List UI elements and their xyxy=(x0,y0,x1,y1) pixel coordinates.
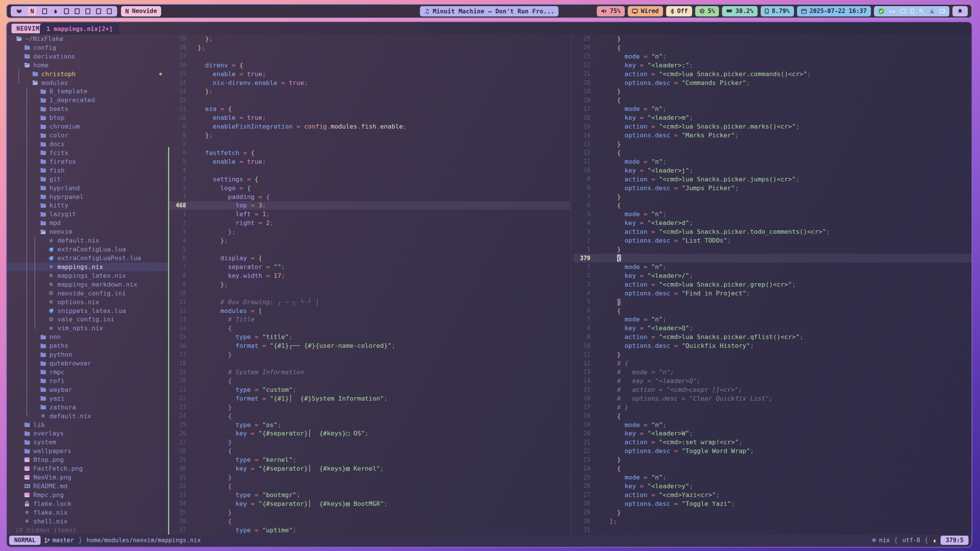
tree-item-flake.lock[interactable]: flake.lock xyxy=(7,499,168,508)
tree-folder-hyprpanel[interactable]: hyprpanel xyxy=(7,192,168,201)
tray-triangle-icon[interactable] xyxy=(929,9,934,14)
code-line: 4 options.desc = "Find in Project"; xyxy=(573,289,972,298)
memory-pill[interactable]: 30.2% xyxy=(722,6,758,16)
editor-pane-left[interactable]: 19 };18};1716 direnv = {15 enable = true… xyxy=(169,34,570,535)
tray-keyboard-icon[interactable] xyxy=(939,9,945,13)
tree-item-default.nix[interactable]: ❄default.nix xyxy=(7,412,168,421)
tree-folder-beets[interactable]: beets xyxy=(7,104,168,113)
code-text: { xyxy=(602,412,621,420)
tree-folder-qutebrowser[interactable]: qutebrowser xyxy=(7,359,168,368)
tree-folder-mpd[interactable]: mpd xyxy=(7,218,168,227)
tree-folder-git[interactable]: git xyxy=(7,175,168,184)
tray-key-icon[interactable] xyxy=(919,8,924,14)
cursor-block: { xyxy=(617,254,621,262)
active-app-pill[interactable]: N Neovide xyxy=(121,6,161,16)
workspace-1-cat[interactable] xyxy=(16,8,22,14)
code-line: 18 { xyxy=(573,412,972,421)
tree-item-8hiddenitems[interactable]: (8 hidden items) xyxy=(7,526,168,535)
tree-folder-color[interactable]: color xyxy=(7,131,168,140)
tree-folder-kitty[interactable]: kitty xyxy=(7,201,168,210)
tray-window-icon[interactable] xyxy=(900,9,906,13)
workspace-5-square[interactable] xyxy=(64,8,69,14)
system-tray[interactable] xyxy=(874,6,949,16)
tree-folder-rofi[interactable]: rofi xyxy=(7,377,168,385)
tray-phone2-icon[interactable] xyxy=(911,8,914,14)
git-branch[interactable]: master xyxy=(44,537,74,544)
disk-pill[interactable]: 8.79% xyxy=(761,6,794,16)
tree-item-mappings.nix[interactable]: ❄mappings.nix xyxy=(7,262,168,271)
tree-folder-config[interactable]: config xyxy=(7,43,168,52)
tree-item-options.nix[interactable]: ❄options.nix xyxy=(7,298,168,306)
tree-folder-firefox[interactable]: firefox xyxy=(7,157,168,166)
pane-divider[interactable] xyxy=(571,34,571,535)
tree-folder-waybar[interactable]: waybar xyxy=(7,385,168,394)
tree-folder-system[interactable]: system xyxy=(7,438,168,447)
tree-item-btop.png[interactable]: Btop.png xyxy=(7,455,168,464)
workspace-7-square[interactable] xyxy=(85,8,90,14)
tree-folder-derivations[interactable]: derivations xyxy=(7,52,168,61)
tree-folder-fish[interactable]: fish xyxy=(7,166,168,175)
tree-item-mappings_markdown.nix[interactable]: ❄mappings_markdown.nix xyxy=(7,280,168,289)
tree-item-rmpc.png[interactable]: Rmpc.png xyxy=(7,491,168,499)
file-tree[interactable]: ~/NixFlakeconfigderivationshomechristoph… xyxy=(7,34,168,535)
notifications-button[interactable] xyxy=(952,6,968,16)
tree-folder-paths[interactable]: paths xyxy=(7,341,168,350)
tree-folder-yazi[interactable]: yazi xyxy=(7,394,168,403)
line-number: 1 xyxy=(573,263,590,270)
line-number: 468 xyxy=(169,202,186,209)
workspace-2-neovim-active[interactable]: N xyxy=(28,7,36,15)
line-number: 14 xyxy=(573,132,590,139)
tree-folder-0_template[interactable]: 0_template xyxy=(7,87,168,96)
tree-folder-fcitx[interactable]: fcitx xyxy=(7,148,168,157)
volume-pill[interactable]: 75% xyxy=(597,6,625,16)
workspace-6-square[interactable] xyxy=(75,8,80,14)
tree-item-neovim.png[interactable]: NeoVim.png xyxy=(7,473,168,482)
tree-folder-christoph[interactable]: christoph xyxy=(7,70,168,78)
tree-item-label: mappings_latex.nix xyxy=(57,272,126,279)
tree-item-mappings_latex.nix[interactable]: ❄mappings_latex.nix xyxy=(7,271,168,280)
bluetooth-pill[interactable]: Off xyxy=(666,6,692,16)
tree-folder-lazygit[interactable]: lazygit xyxy=(7,210,168,218)
tray-wave-icon[interactable] xyxy=(889,9,896,13)
tree-item-default.nix[interactable]: ❄default.nix xyxy=(7,236,168,245)
tree-folder-zathura[interactable]: zathura xyxy=(7,403,168,412)
tree-item-fastfetch.png[interactable]: FastFetch.png xyxy=(7,464,168,473)
network-pill[interactable]: Wired xyxy=(628,6,663,16)
workspace-9-square[interactable] xyxy=(107,8,112,14)
tree-folder-hyprland[interactable]: hyprland xyxy=(7,184,168,192)
workspace-8-square[interactable] xyxy=(96,8,101,14)
tree-item-flake.nix[interactable]: ❄flake.nix xyxy=(7,508,168,517)
media-player-pill[interactable]: ♫ Minuit Machine – Don't Run Fro... xyxy=(420,6,559,16)
tree-folder-python[interactable]: python xyxy=(7,350,168,359)
editor-pane-right[interactable]: 25 }24 {23 mode = "n";22 key = "<leader>… xyxy=(573,34,972,535)
tree-folder-~nixflake[interactable]: ~/NixFlake xyxy=(7,34,168,43)
tree-folder-1_deprecated[interactable]: 1_deprecated xyxy=(7,96,168,104)
workspace-switcher[interactable]: N xyxy=(11,6,117,16)
tree-item-shell.nix[interactable]: ❄shell.nix xyxy=(7,517,168,526)
workspace-3-square[interactable] xyxy=(42,8,47,14)
code-line: 30 ]; xyxy=(573,517,972,526)
tree-folder-chromium[interactable]: chromium xyxy=(7,122,168,131)
tree-item-readme.md[interactable]: README.md xyxy=(7,482,168,491)
tree-item-neovide_config.ini[interactable]: ⚙neovide_config.ini xyxy=(7,289,168,298)
tree-folder-rmpc[interactable]: rmpc xyxy=(7,368,168,377)
tree-folder-home[interactable]: home xyxy=(7,61,168,70)
tree-folder-modules[interactable]: modules xyxy=(7,78,168,87)
tree-item-snippets_latex.lua[interactable]: snippets_latex.lua xyxy=(7,306,168,315)
tree-folder-btop[interactable]: btop xyxy=(7,113,168,122)
tree-folder-overlays[interactable]: overlays xyxy=(7,429,168,438)
tree-folder-wallpapers[interactable]: wallpapers xyxy=(7,447,168,455)
tree-item-vim_opts.nix[interactable]: ❄vim_opts.nix xyxy=(7,324,168,333)
workspace-4-flame[interactable] xyxy=(53,8,58,14)
tab-mappings-nix[interactable]: 1 mappings.nix[2+] xyxy=(40,23,119,34)
tray-check-icon[interactable] xyxy=(878,8,884,14)
tree-item-extraconfigluapost.lua[interactable]: extraConfigLuaPost.lua xyxy=(7,254,168,262)
tree-folder-docs[interactable]: docs xyxy=(7,140,168,148)
cpu-pill[interactable]: 5% xyxy=(695,6,719,16)
tree-item-vale_config.ini[interactable]: ⚙vale_config.ini xyxy=(7,315,168,324)
tree-folder-nnn[interactable]: nnn xyxy=(7,333,168,341)
tree-folder-lib[interactable]: lib xyxy=(7,421,168,429)
tree-item-extraconfiglua.lua[interactable]: extraConfigLua.lua xyxy=(7,245,168,254)
tree-folder-neovim[interactable]: neovim xyxy=(7,227,168,236)
clock-pill[interactable]: 2025-07-22 16:37 xyxy=(797,6,871,16)
